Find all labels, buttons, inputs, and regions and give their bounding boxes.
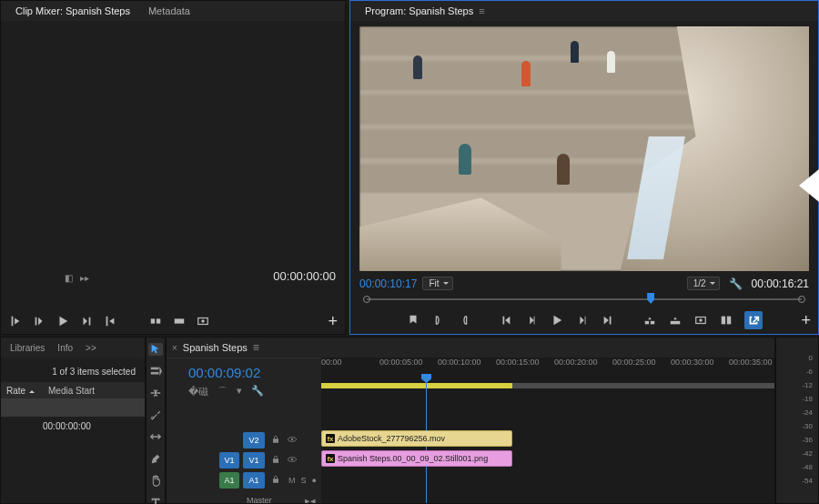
fx-badge-icon[interactable]: fx bbox=[326, 434, 335, 443]
timeline-canvas[interactable]: 00:0000:00:05:0000:00:10:0000:00:15:0000… bbox=[321, 358, 774, 503]
mark-in-button[interactable] bbox=[8, 314, 23, 328]
v1-target-toggle[interactable]: V1 bbox=[243, 452, 265, 469]
mark-in-button[interactable] bbox=[431, 313, 446, 328]
timeline-timecode[interactable]: 00:00:09:02 bbox=[188, 365, 260, 380]
project-row[interactable] bbox=[1, 398, 145, 417]
mute-button[interactable]: M bbox=[288, 476, 296, 485]
svg-rect-10 bbox=[722, 317, 725, 325]
tab-clip-mixer[interactable]: Clip Mixer: Spanish Steps bbox=[6, 2, 139, 20]
resolution-dropdown[interactable]: 1/2 bbox=[687, 277, 720, 290]
lock-icon[interactable] bbox=[270, 434, 283, 447]
time-ruler[interactable]: 00:0000:00:05:0000:00:10:0000:00:15:0000… bbox=[321, 358, 774, 383]
track-select-tool[interactable] bbox=[148, 365, 163, 378]
export-frame-button[interactable] bbox=[693, 313, 708, 328]
tab-overflow[interactable]: >> bbox=[80, 339, 102, 357]
settings-wrench-icon[interactable]: 🔧 bbox=[251, 385, 264, 398]
panel-menu-icon[interactable]: ≡ bbox=[253, 341, 259, 354]
svg-rect-7 bbox=[671, 321, 681, 325]
fx-badge-icon[interactable]: fx bbox=[326, 454, 335, 463]
sequence-tab[interactable]: Spanish Steps bbox=[183, 342, 248, 353]
source-add-button[interactable]: + bbox=[328, 312, 338, 331]
settings-wrench-icon[interactable]: 🔧 bbox=[729, 277, 743, 290]
project-column-header[interactable]: Rate Media Start bbox=[1, 382, 145, 398]
step-fwd-button[interactable] bbox=[79, 314, 94, 328]
clip-v1[interactable]: fxSpanish Steps.00_00_09_02.Still001.png bbox=[321, 450, 512, 467]
program-viewer[interactable] bbox=[359, 26, 809, 271]
project-tabs: Libraries Info >> bbox=[1, 338, 145, 358]
snap-icon[interactable]: �磁 bbox=[188, 385, 208, 398]
svg-point-17 bbox=[291, 438, 293, 440]
project-row[interactable]: 00:00:00:00 bbox=[1, 417, 145, 435]
ruler-tick: 00:00:30:00 bbox=[671, 358, 714, 367]
razor-tool[interactable] bbox=[148, 408, 163, 421]
slip-tool[interactable] bbox=[148, 430, 163, 443]
step-back-button[interactable] bbox=[32, 314, 46, 328]
source-timecode[interactable]: 00:00:00:00 bbox=[273, 269, 336, 283]
program-duration-timecode[interactable]: 00:00:16:21 bbox=[752, 277, 809, 290]
overwrite-button[interactable] bbox=[172, 314, 187, 328]
audio-meters: 0-6-12-18-24-30-36-42-48-54 bbox=[775, 337, 819, 504]
share-button[interactable] bbox=[744, 311, 763, 329]
mark-out-button[interactable] bbox=[457, 313, 471, 328]
sort-asc-icon bbox=[29, 388, 35, 393]
pen-tool[interactable] bbox=[148, 452, 163, 465]
solo-button[interactable]: S bbox=[301, 476, 307, 485]
program-current-timecode[interactable]: 00:00:10:17 bbox=[359, 277, 417, 290]
a1-source-patch[interactable]: A1 bbox=[219, 472, 239, 489]
track-header-v2[interactable]: V2 bbox=[167, 430, 321, 450]
svg-rect-15 bbox=[273, 438, 278, 443]
go-to-out-button[interactable] bbox=[601, 313, 615, 328]
mark-out-button[interactable] bbox=[103, 314, 117, 328]
add-marker-icon[interactable]: ▾ bbox=[237, 385, 242, 398]
timeline-tabs: × Spanish Steps ≡ bbox=[167, 338, 774, 358]
ripple-edit-tool[interactable] bbox=[148, 387, 163, 399]
insert-button[interactable] bbox=[148, 314, 163, 328]
step-back-button[interactable] bbox=[524, 313, 539, 328]
ruler-tick: 00:00 bbox=[321, 358, 342, 367]
play-audio-icon[interactable]: ▸▸ bbox=[80, 273, 89, 283]
go-to-in-button[interactable] bbox=[499, 313, 513, 328]
clip-v2[interactable]: fxAdobeStock_277796256.mov bbox=[321, 430, 512, 447]
play-button[interactable] bbox=[550, 313, 564, 328]
zoom-dropdown[interactable]: Fit bbox=[422, 277, 452, 290]
eye-icon[interactable] bbox=[287, 454, 299, 467]
in-out-range[interactable] bbox=[321, 383, 512, 388]
track-header-v1[interactable]: V1 V1 bbox=[167, 450, 321, 470]
a1-target-toggle[interactable]: A1 bbox=[243, 472, 265, 489]
linked-selection-icon[interactable]: ⌒ bbox=[217, 385, 228, 398]
extract-button[interactable] bbox=[668, 313, 682, 328]
source-tab-bar: Clip Mixer: Spanish Steps Metadata bbox=[1, 1, 345, 22]
track-header-master[interactable]: Master ▸◂ bbox=[167, 490, 321, 504]
panel-menu-icon[interactable]: ≡ bbox=[479, 5, 484, 16]
lock-icon[interactable] bbox=[270, 454, 283, 467]
eye-icon[interactable] bbox=[287, 434, 299, 447]
v1-source-patch[interactable]: V1 bbox=[219, 452, 239, 469]
expand-icon[interactable]: ▸◂ bbox=[305, 495, 316, 505]
svg-rect-2 bbox=[175, 318, 185, 323]
program-info-bar: 00:00:10:17 Fit 1/2 🔧 00:00:16:21 bbox=[350, 273, 818, 292]
type-tool[interactable] bbox=[148, 496, 163, 504]
selection-tool[interactable] bbox=[148, 343, 163, 356]
tab-libraries[interactable]: Libraries bbox=[5, 339, 50, 357]
db-label: -6 bbox=[806, 368, 813, 376]
lock-icon[interactable] bbox=[270, 474, 283, 487]
hand-tool[interactable] bbox=[148, 474, 163, 487]
page-corner-icon bbox=[799, 169, 819, 202]
program-playhead-icon[interactable] bbox=[647, 293, 654, 304]
program-add-button[interactable]: + bbox=[801, 311, 811, 330]
step-fwd-button[interactable] bbox=[575, 313, 590, 328]
lift-button[interactable] bbox=[642, 313, 657, 328]
record-button[interactable]: ● bbox=[312, 476, 317, 485]
tab-program[interactable]: Program: Spanish Steps ≡ bbox=[356, 2, 494, 20]
comparison-view-button[interactable] bbox=[719, 313, 733, 328]
program-scrubber[interactable] bbox=[359, 292, 809, 307]
v2-target-toggle[interactable]: V2 bbox=[243, 432, 265, 449]
play-button[interactable] bbox=[56, 314, 70, 328]
export-frame-button[interactable] bbox=[196, 314, 210, 328]
write-keyframes-icon[interactable]: ◧ bbox=[65, 273, 73, 283]
close-sequence-button[interactable]: × bbox=[172, 343, 177, 353]
tab-metadata[interactable]: Metadata bbox=[139, 2, 199, 20]
add-marker-button[interactable] bbox=[406, 313, 420, 328]
tab-info[interactable]: Info bbox=[52, 339, 78, 357]
track-header-a1[interactable]: A1 A1 M S ● bbox=[167, 470, 321, 490]
